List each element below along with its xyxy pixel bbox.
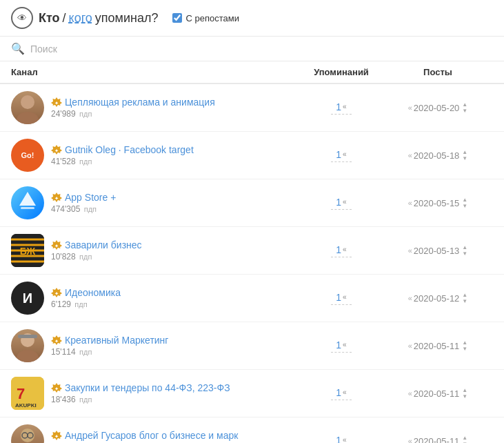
post-quote-icon: « — [408, 151, 412, 159]
channel-info: ✦ Креативный Маркетинг15'114 пдп — [51, 335, 168, 357]
spinner-down[interactable]: ▼ — [462, 204, 467, 209]
mention-separator — [331, 114, 352, 115]
channel-name-link[interactable]: Заварили бизнес — [65, 239, 142, 250]
channel-subscribers: 41'528 пдп — [51, 157, 194, 166]
channel-name-link[interactable]: Закупки и тендеры по 44-ФЗ, 223-ФЗ — [65, 382, 230, 393]
mentions-cell: 1 « — [300, 149, 383, 162]
post-date: « 2020-05-11 — [408, 388, 460, 399]
post-date: « 2020-05-18 — [408, 150, 460, 161]
post-date: « 2020-05-13 — [408, 246, 460, 256]
spinner-down[interactable]: ▼ — [462, 108, 467, 114]
mention-number: 1 — [336, 101, 341, 112]
mention-separator — [331, 304, 352, 305]
avatar — [11, 424, 44, 443]
mentions-cell: 1 « — [300, 435, 383, 444]
spinner-down[interactable]: ▼ — [462, 299, 467, 304]
spinner-up[interactable]: ▲ — [462, 340, 467, 346]
svg-text:✦: ✦ — [54, 244, 59, 248]
svg-text:✦: ✦ — [54, 196, 59, 201]
channel-subscribers: 15'114 пдп — [51, 347, 168, 357]
channel-subscribers: 10'828 пдп — [51, 252, 142, 262]
mention-count: 1 « — [336, 387, 346, 398]
spinner-up[interactable]: ▲ — [462, 245, 467, 250]
mention-quote-icon: « — [343, 293, 347, 301]
posts-cell: « 2020-05-18 ▲ ▼ — [383, 150, 493, 161]
posts-cell: « 2020-05-11 ▲ ▼ — [383, 340, 493, 352]
date-spinner[interactable]: ▲ ▼ — [462, 245, 467, 257]
col-posts-header: Посты — [383, 67, 493, 77]
svg-text:✦: ✦ — [54, 434, 59, 439]
channel-verified-badge: ✦ — [51, 239, 62, 250]
posts-cell: « 2020-05-11 ▲ ▼ — [383, 435, 493, 444]
table-row: ✦ Андрей Гусаров блог о бизнесе и марк2'… — [0, 417, 504, 443]
mention-quote-icon: « — [343, 436, 347, 443]
search-input[interactable] — [30, 43, 493, 55]
mention-quote-icon: « — [343, 246, 347, 253]
mentions-cell: 1 « — [300, 339, 383, 353]
channel-cell: ✦ Цепляющая реклама и анимация24'989 пдп — [11, 91, 300, 124]
spinner-down[interactable]: ▼ — [462, 251, 467, 257]
channel-subscribers: 18'436 пдп — [51, 395, 230, 404]
mention-count: 1 « — [336, 244, 346, 255]
channel-cell: 7 AKUPKI ✦ Закупки и тендеры по 44-ФЗ, 2… — [11, 377, 300, 410]
mention-separator — [331, 209, 352, 210]
mention-quote-icon: « — [343, 388, 347, 396]
title-link[interactable]: кого — [69, 11, 92, 26]
channel-name-link[interactable]: Gutnik Oleg · Facebook target — [65, 144, 194, 155]
post-date-value: 2020-05-11 — [414, 388, 460, 399]
svg-point-22 — [17, 350, 39, 362]
svg-rect-6 — [21, 207, 34, 209]
mention-number: 1 — [336, 197, 341, 208]
channel-cell: ✦ App Store +474'305 пдп — [11, 186, 300, 219]
pdp-label: пдп — [79, 253, 92, 261]
channel-cell: Go! ✦ Gutnik Oleg · Facebook target41'52… — [11, 139, 300, 172]
posts-cell: « 2020-05-12 ▲ ▼ — [383, 293, 493, 304]
spinner-down[interactable]: ▼ — [462, 346, 467, 352]
channel-name-link[interactable]: Креативный Маркетинг — [65, 335, 168, 346]
table-body: ✦ Цепляющая реклама и анимация24'989 пдп… — [0, 84, 504, 443]
posts-cell: « 2020-05-13 ▲ ▼ — [383, 245, 493, 257]
date-spinner[interactable]: ▲ ▼ — [462, 435, 467, 444]
post-date-value: 2020-05-18 — [414, 150, 460, 161]
spinner-up[interactable]: ▲ — [462, 150, 467, 155]
post-quote-icon: « — [408, 294, 412, 302]
channel-verified-badge: ✦ — [51, 97, 62, 108]
channel-name-link[interactable]: Андрей Гусаров блог о бизнесе и марк — [65, 430, 238, 441]
svg-text:✦: ✦ — [54, 101, 59, 106]
posts-cell: « 2020-05-11 ▲ ▼ — [383, 388, 493, 400]
channel-info: ✦ Андрей Гусаров блог о бизнесе и марк2'… — [51, 430, 238, 443]
spinner-up[interactable]: ▲ — [462, 293, 467, 298]
post-quote-icon: « — [408, 104, 412, 112]
repost-checkbox-area: С репостами — [172, 13, 239, 23]
date-spinner[interactable]: ▲ ▼ — [462, 388, 467, 400]
pdp-label: пдп — [74, 300, 87, 308]
channel-name-row: ✦ App Store + — [51, 192, 116, 203]
spinner-up[interactable]: ▲ — [462, 388, 467, 393]
spinner-down[interactable]: ▼ — [462, 156, 467, 161]
channel-subscribers: 6'129 пдп — [51, 299, 121, 309]
repost-checkbox[interactable] — [172, 13, 182, 23]
mentions-cell: 1 « — [300, 387, 383, 400]
avatar: 7 AKUPKI — [11, 377, 44, 410]
svg-text:AKUPKI: AKUPKI — [15, 402, 37, 408]
post-date-value: 2020-05-11 — [414, 341, 460, 351]
date-spinner[interactable]: ▲ ▼ — [462, 150, 467, 161]
date-spinner[interactable]: ▲ ▼ — [462, 293, 467, 304]
spinner-up[interactable]: ▲ — [462, 102, 467, 108]
spinner-up[interactable]: ▲ — [462, 197, 467, 203]
post-date: « 2020-05-20 — [408, 103, 460, 113]
title-who: Кто — [39, 11, 60, 26]
channel-name-link[interactable]: App Store + — [65, 192, 116, 203]
mention-number: 1 — [336, 435, 341, 444]
channel-name-link[interactable]: Идеономика — [65, 287, 121, 298]
spinner-up[interactable]: ▲ — [462, 435, 467, 441]
mention-number: 1 — [336, 149, 341, 160]
channel-name-link[interactable]: Цепляющая реклама и анимация — [65, 97, 215, 108]
post-quote-icon: « — [408, 389, 412, 397]
date-spinner[interactable]: ▲ ▼ — [462, 102, 467, 114]
date-spinner[interactable]: ▲ ▼ — [462, 340, 467, 352]
date-spinner[interactable]: ▲ ▼ — [462, 197, 467, 209]
spinner-down[interactable]: ▼ — [462, 394, 467, 400]
table-row: И ✦ Идеономика6'129 пдп 1 « « 2020-05-12… — [0, 275, 504, 322]
avatar — [11, 329, 44, 362]
